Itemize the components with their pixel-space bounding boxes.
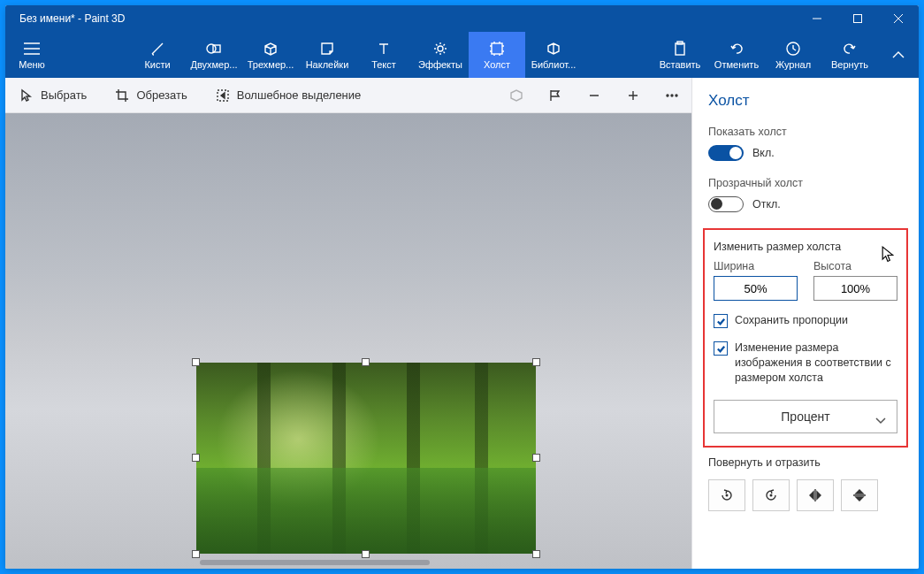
- library-label: Библиот...: [531, 59, 577, 70]
- window-title: Без имени* - Paint 3D: [5, 12, 125, 25]
- menu-label: Меню: [19, 59, 45, 70]
- redo-icon: [841, 40, 859, 57]
- resize-handle-se[interactable]: [532, 550, 540, 558]
- history-button[interactable]: Журнал: [765, 32, 821, 78]
- toggle-on-label: Вкл.: [752, 147, 775, 159]
- effects-icon: [431, 40, 449, 57]
- stickers-tab[interactable]: Наклейки: [299, 32, 355, 78]
- magic-select-tool[interactable]: Волшебное выделение: [210, 85, 367, 106]
- undo-label: Отменить: [714, 59, 759, 70]
- text-tab[interactable]: Текст: [355, 32, 412, 78]
- undo-icon: [728, 40, 745, 57]
- undo-button[interactable]: Отменить: [708, 32, 765, 78]
- svg-rect-4: [492, 43, 502, 54]
- rotate-ccw-button[interactable]: [708, 479, 745, 511]
- history-icon: [784, 40, 802, 57]
- rotate-ccw-icon: [719, 487, 735, 503]
- resize-handle-sw[interactable]: [192, 550, 200, 558]
- 3d-shapes-tab[interactable]: Трехмер...: [242, 32, 299, 78]
- effects-tab[interactable]: Эффекты: [412, 32, 469, 78]
- toggle-off-label: Откл.: [752, 198, 781, 210]
- canvas-tab[interactable]: Холст: [469, 32, 525, 78]
- zoom-out-button[interactable]: [584, 85, 605, 106]
- flip-vertical-icon: [851, 487, 867, 503]
- title-bar: Без имени* - Paint 3D: [5, 5, 919, 32]
- crop-label: Обрезать: [136, 88, 187, 102]
- work-area: Выбрать Обрезать Волшебное выделение: [5, 78, 692, 569]
- library-tab[interactable]: Библиот...: [525, 32, 582, 78]
- width-input[interactable]: [714, 276, 798, 301]
- svg-point-9: [667, 95, 668, 96]
- show-canvas-toggle[interactable]: [708, 145, 744, 161]
- minimize-button[interactable]: [797, 5, 837, 32]
- app-window: Без имени* - Paint 3D Меню Кисти Двухмер…: [5, 5, 919, 569]
- cursor-icon: [882, 246, 894, 262]
- resize-handle-nw[interactable]: [192, 358, 200, 366]
- canvas-icon: [488, 40, 506, 57]
- resize-canvas-label: Изменить размер холста: [714, 241, 897, 253]
- transparent-canvas-toggle[interactable]: [708, 196, 744, 212]
- library-icon: [545, 40, 562, 57]
- crop-tool[interactable]: Обрезать: [110, 85, 192, 106]
- magic-select-icon: [216, 88, 230, 103]
- resize-handle-ne[interactable]: [532, 358, 540, 366]
- horizontal-scrollbar[interactable]: [200, 560, 430, 565]
- resize-handle-n[interactable]: [362, 358, 370, 366]
- history-label: Журнал: [775, 59, 811, 70]
- 3d-label: Трехмер...: [248, 59, 294, 70]
- close-button[interactable]: [878, 5, 919, 32]
- resize-handle-w[interactable]: [192, 454, 200, 462]
- view-3d-button[interactable]: [506, 85, 527, 106]
- canvas-image: [196, 363, 536, 554]
- flip-horizontal-button[interactable]: [797, 479, 834, 511]
- paste-label: Вставить: [660, 59, 701, 70]
- 2d-shapes-tab[interactable]: Двухмер...: [186, 32, 242, 78]
- redo-button[interactable]: Вернуть: [821, 32, 878, 78]
- canvas-selection[interactable]: [196, 363, 536, 554]
- brushes-tab[interactable]: Кисти: [129, 32, 186, 78]
- expand-ribbon-button[interactable]: [878, 32, 919, 78]
- context-toolbar: Выбрать Обрезать Волшебное выделение: [5, 78, 691, 113]
- lock-aspect-checkbox[interactable]: [714, 314, 728, 328]
- transparent-canvas-label: Прозрачный холст: [708, 177, 903, 189]
- cursor-icon: [19, 88, 34, 103]
- text-label: Текст: [371, 59, 396, 70]
- select-tool[interactable]: Выбрать: [14, 85, 92, 106]
- shapes-3d-icon: [262, 40, 279, 57]
- view-flag-button[interactable]: [545, 85, 566, 106]
- chevron-down-icon: [875, 413, 886, 427]
- canvas-viewport[interactable]: [5, 113, 691, 569]
- panel-title: Холст: [708, 92, 903, 110]
- paste-button[interactable]: Вставить: [652, 32, 708, 78]
- svg-rect-2: [213, 45, 220, 52]
- flip-vertical-button[interactable]: [841, 479, 878, 511]
- resize-handle-e[interactable]: [532, 454, 540, 462]
- unit-value: Процент: [781, 409, 829, 424]
- 2d-label: Двухмер...: [190, 59, 237, 70]
- svg-point-10: [671, 95, 673, 96]
- resize-image-checkbox[interactable]: [714, 341, 728, 356]
- svg-point-13: [770, 494, 773, 496]
- svg-rect-0: [854, 15, 862, 23]
- stickers-label: Наклейки: [306, 59, 349, 70]
- brush-icon: [149, 40, 166, 57]
- svg-point-3: [438, 46, 443, 51]
- unit-dropdown[interactable]: Процент: [714, 400, 897, 433]
- width-label: Ширина: [714, 260, 798, 272]
- resize-section-highlight: Изменить размер холста Ширина Высота Сох…: [703, 228, 908, 448]
- more-button[interactable]: [661, 85, 683, 106]
- lock-aspect-label: Сохранить пропорции: [735, 313, 848, 328]
- rotate-cw-icon: [763, 487, 779, 503]
- svg-point-12: [726, 494, 729, 496]
- rotate-flip-label: Повернуть и отразить: [708, 456, 903, 469]
- text-icon: [375, 40, 393, 57]
- zoom-in-button[interactable]: [622, 85, 644, 106]
- maximize-button[interactable]: [837, 5, 878, 32]
- height-input[interactable]: [813, 276, 897, 301]
- menu-button[interactable]: Меню: [5, 32, 58, 78]
- ribbon: Меню Кисти Двухмер... Трехмер... Наклейк…: [5, 32, 919, 78]
- resize-handle-s[interactable]: [362, 550, 370, 558]
- side-panel: Холст Показать холст Вкл. Прозрачный хол…: [692, 78, 919, 569]
- rotate-cw-button[interactable]: [752, 479, 790, 511]
- shapes-2d-icon: [205, 40, 223, 57]
